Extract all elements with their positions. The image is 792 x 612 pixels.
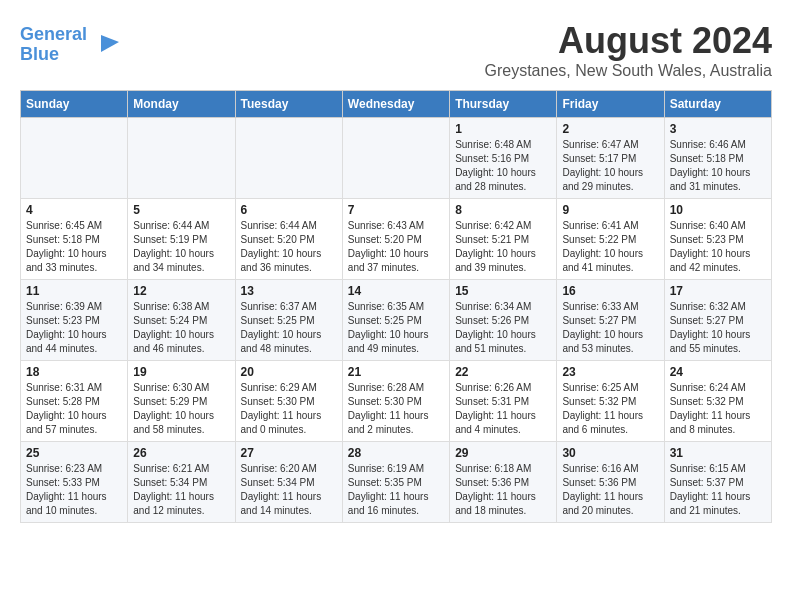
day-info: Sunrise: 6:44 AM Sunset: 5:19 PM Dayligh… — [133, 219, 229, 275]
day-number: 28 — [348, 446, 444, 460]
subtitle: Greystanes, New South Wales, Australia — [484, 62, 772, 80]
header-row: SundayMondayTuesdayWednesdayThursdayFrid… — [21, 91, 772, 118]
logo: General Blue — [20, 25, 121, 65]
day-number: 17 — [670, 284, 766, 298]
calendar-cell: 27Sunrise: 6:20 AM Sunset: 5:34 PM Dayli… — [235, 442, 342, 523]
calendar-cell: 24Sunrise: 6:24 AM Sunset: 5:32 PM Dayli… — [664, 361, 771, 442]
day-number: 20 — [241, 365, 337, 379]
day-number: 26 — [133, 446, 229, 460]
day-number: 4 — [26, 203, 122, 217]
calendar-cell: 4Sunrise: 6:45 AM Sunset: 5:18 PM Daylig… — [21, 199, 128, 280]
week-row-4: 18Sunrise: 6:31 AM Sunset: 5:28 PM Dayli… — [21, 361, 772, 442]
day-info: Sunrise: 6:34 AM Sunset: 5:26 PM Dayligh… — [455, 300, 551, 356]
calendar-cell: 15Sunrise: 6:34 AM Sunset: 5:26 PM Dayli… — [450, 280, 557, 361]
calendar-cell: 31Sunrise: 6:15 AM Sunset: 5:37 PM Dayli… — [664, 442, 771, 523]
calendar-cell: 22Sunrise: 6:26 AM Sunset: 5:31 PM Dayli… — [450, 361, 557, 442]
day-info: Sunrise: 6:41 AM Sunset: 5:22 PM Dayligh… — [562, 219, 658, 275]
day-number: 3 — [670, 122, 766, 136]
day-info: Sunrise: 6:23 AM Sunset: 5:33 PM Dayligh… — [26, 462, 122, 518]
day-info: Sunrise: 6:43 AM Sunset: 5:20 PM Dayligh… — [348, 219, 444, 275]
calendar-header: SundayMondayTuesdayWednesdayThursdayFrid… — [21, 91, 772, 118]
day-number: 8 — [455, 203, 551, 217]
day-number: 13 — [241, 284, 337, 298]
day-number: 2 — [562, 122, 658, 136]
calendar-cell: 8Sunrise: 6:42 AM Sunset: 5:21 PM Daylig… — [450, 199, 557, 280]
day-info: Sunrise: 6:30 AM Sunset: 5:29 PM Dayligh… — [133, 381, 229, 437]
day-number: 12 — [133, 284, 229, 298]
day-number: 19 — [133, 365, 229, 379]
calendar-body: 1Sunrise: 6:48 AM Sunset: 5:16 PM Daylig… — [21, 118, 772, 523]
day-number: 10 — [670, 203, 766, 217]
calendar-cell: 14Sunrise: 6:35 AM Sunset: 5:25 PM Dayli… — [342, 280, 449, 361]
day-info: Sunrise: 6:37 AM Sunset: 5:25 PM Dayligh… — [241, 300, 337, 356]
calendar-cell: 29Sunrise: 6:18 AM Sunset: 5:36 PM Dayli… — [450, 442, 557, 523]
title-block: August 2024 Greystanes, New South Wales,… — [484, 20, 772, 80]
day-info: Sunrise: 6:25 AM Sunset: 5:32 PM Dayligh… — [562, 381, 658, 437]
header-cell-wednesday: Wednesday — [342, 91, 449, 118]
day-number: 22 — [455, 365, 551, 379]
calendar-cell: 23Sunrise: 6:25 AM Sunset: 5:32 PM Dayli… — [557, 361, 664, 442]
page-header: General Blue August 2024 Greystanes, New… — [20, 20, 772, 80]
day-info: Sunrise: 6:21 AM Sunset: 5:34 PM Dayligh… — [133, 462, 229, 518]
day-number: 7 — [348, 203, 444, 217]
calendar-cell: 19Sunrise: 6:30 AM Sunset: 5:29 PM Dayli… — [128, 361, 235, 442]
logo-line1: General — [20, 24, 87, 44]
calendar-cell: 1Sunrise: 6:48 AM Sunset: 5:16 PM Daylig… — [450, 118, 557, 199]
calendar-cell: 9Sunrise: 6:41 AM Sunset: 5:22 PM Daylig… — [557, 199, 664, 280]
day-number: 11 — [26, 284, 122, 298]
day-info: Sunrise: 6:24 AM Sunset: 5:32 PM Dayligh… — [670, 381, 766, 437]
calendar-cell: 21Sunrise: 6:28 AM Sunset: 5:30 PM Dayli… — [342, 361, 449, 442]
main-title: August 2024 — [484, 20, 772, 62]
day-number: 25 — [26, 446, 122, 460]
calendar-cell: 10Sunrise: 6:40 AM Sunset: 5:23 PM Dayli… — [664, 199, 771, 280]
calendar-cell: 13Sunrise: 6:37 AM Sunset: 5:25 PM Dayli… — [235, 280, 342, 361]
day-number: 15 — [455, 284, 551, 298]
day-info: Sunrise: 6:42 AM Sunset: 5:21 PM Dayligh… — [455, 219, 551, 275]
day-info: Sunrise: 6:40 AM Sunset: 5:23 PM Dayligh… — [670, 219, 766, 275]
calendar-cell: 2Sunrise: 6:47 AM Sunset: 5:17 PM Daylig… — [557, 118, 664, 199]
calendar-cell: 17Sunrise: 6:32 AM Sunset: 5:27 PM Dayli… — [664, 280, 771, 361]
day-number: 24 — [670, 365, 766, 379]
week-row-5: 25Sunrise: 6:23 AM Sunset: 5:33 PM Dayli… — [21, 442, 772, 523]
day-number: 30 — [562, 446, 658, 460]
day-number: 21 — [348, 365, 444, 379]
logo-icon — [91, 30, 121, 60]
day-info: Sunrise: 6:32 AM Sunset: 5:27 PM Dayligh… — [670, 300, 766, 356]
day-number: 27 — [241, 446, 337, 460]
day-info: Sunrise: 6:26 AM Sunset: 5:31 PM Dayligh… — [455, 381, 551, 437]
calendar-cell: 3Sunrise: 6:46 AM Sunset: 5:18 PM Daylig… — [664, 118, 771, 199]
header-cell-sunday: Sunday — [21, 91, 128, 118]
calendar-cell — [128, 118, 235, 199]
day-number: 5 — [133, 203, 229, 217]
logo-text: General Blue — [20, 25, 87, 65]
day-info: Sunrise: 6:31 AM Sunset: 5:28 PM Dayligh… — [26, 381, 122, 437]
calendar-cell: 7Sunrise: 6:43 AM Sunset: 5:20 PM Daylig… — [342, 199, 449, 280]
calendar-table: SundayMondayTuesdayWednesdayThursdayFrid… — [20, 90, 772, 523]
header-cell-tuesday: Tuesday — [235, 91, 342, 118]
day-info: Sunrise: 6:38 AM Sunset: 5:24 PM Dayligh… — [133, 300, 229, 356]
calendar-cell: 26Sunrise: 6:21 AM Sunset: 5:34 PM Dayli… — [128, 442, 235, 523]
calendar-cell: 16Sunrise: 6:33 AM Sunset: 5:27 PM Dayli… — [557, 280, 664, 361]
week-row-2: 4Sunrise: 6:45 AM Sunset: 5:18 PM Daylig… — [21, 199, 772, 280]
header-cell-monday: Monday — [128, 91, 235, 118]
header-cell-friday: Friday — [557, 91, 664, 118]
day-info: Sunrise: 6:47 AM Sunset: 5:17 PM Dayligh… — [562, 138, 658, 194]
week-row-1: 1Sunrise: 6:48 AM Sunset: 5:16 PM Daylig… — [21, 118, 772, 199]
day-info: Sunrise: 6:16 AM Sunset: 5:36 PM Dayligh… — [562, 462, 658, 518]
calendar-cell — [21, 118, 128, 199]
day-info: Sunrise: 6:18 AM Sunset: 5:36 PM Dayligh… — [455, 462, 551, 518]
day-number: 18 — [26, 365, 122, 379]
calendar-cell: 12Sunrise: 6:38 AM Sunset: 5:24 PM Dayli… — [128, 280, 235, 361]
svg-marker-0 — [101, 35, 119, 52]
day-info: Sunrise: 6:29 AM Sunset: 5:30 PM Dayligh… — [241, 381, 337, 437]
calendar-cell — [235, 118, 342, 199]
logo-line2: Blue — [20, 44, 59, 64]
day-info: Sunrise: 6:44 AM Sunset: 5:20 PM Dayligh… — [241, 219, 337, 275]
day-number: 31 — [670, 446, 766, 460]
calendar-cell: 18Sunrise: 6:31 AM Sunset: 5:28 PM Dayli… — [21, 361, 128, 442]
day-info: Sunrise: 6:39 AM Sunset: 5:23 PM Dayligh… — [26, 300, 122, 356]
calendar-cell: 28Sunrise: 6:19 AM Sunset: 5:35 PM Dayli… — [342, 442, 449, 523]
calendar-cell — [342, 118, 449, 199]
header-cell-thursday: Thursday — [450, 91, 557, 118]
day-number: 29 — [455, 446, 551, 460]
